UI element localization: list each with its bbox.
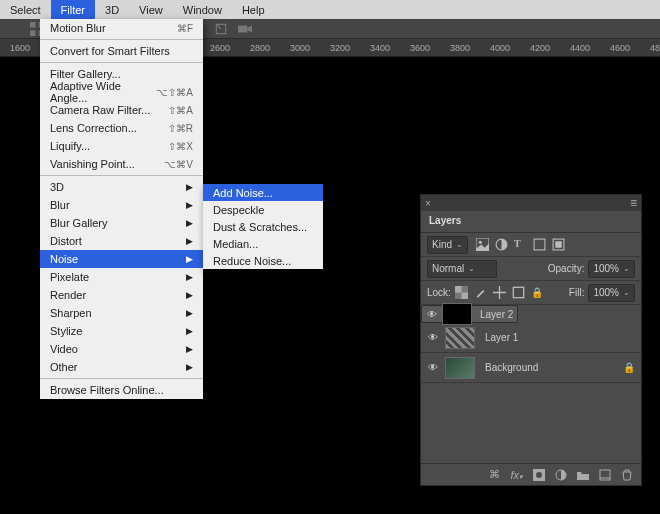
ruler-tick-label: 3200 [330,43,350,53]
menu-item-label: Browse Filters Online... [50,384,164,396]
visibility-icon[interactable]: 👁 [427,332,439,343]
menu-item-distort[interactable]: Distort▶ [40,232,203,250]
submenu-item[interactable]: Dust & Scratches... [203,218,323,235]
menu-select[interactable]: Select [0,0,51,19]
fx-icon[interactable]: fx▾ [510,469,523,481]
layer-row[interactable]: 👁Background🔒 [421,353,641,383]
menu-item-label: Filter Gallery... [50,68,121,80]
opacity-field[interactable]: 100%⌄ [588,260,635,278]
panel-menu-icon[interactable]: ≡ [630,196,637,210]
menu-item-video[interactable]: Video▶ [40,340,203,358]
menu-last-filter[interactable]: Motion Blur ⌘F [40,19,203,37]
shape-filter-icon[interactable] [533,238,546,251]
blend-mode-select[interactable]: Normal⌄ [427,260,497,278]
ruler-tick-label: 3600 [410,43,430,53]
link-layers-icon[interactable]: ⌘ [489,468,500,481]
menu-item-label: Convert for Smart Filters [50,45,170,57]
menu-item-blur-gallery[interactable]: Blur Gallery▶ [40,214,203,232]
fill-field[interactable]: 100%⌄ [588,284,635,302]
lock-all-icon[interactable]: 🔒 [531,287,543,298]
svg-rect-19 [513,287,523,297]
submenu-item[interactable]: Add Noise... [203,184,323,201]
mask-icon[interactable] [533,469,545,481]
menu-help[interactable]: Help [232,0,275,19]
filter-menu-dropdown: Motion Blur ⌘F Convert for Smart Filters… [40,19,203,399]
menu-item-blur[interactable]: Blur▶ [40,196,203,214]
menu-view[interactable]: View [129,0,173,19]
svg-rect-9 [238,25,247,32]
panel-titlebar[interactable]: × ≡ [421,195,641,211]
menu-item-label: Sharpen [50,307,92,319]
text-filter-icon[interactable]: T [514,238,527,251]
image-filter-icon[interactable] [476,238,489,251]
visibility-icon[interactable]: 👁 [426,309,438,320]
adjustment-icon[interactable] [555,469,567,481]
filter-type-row: Kind⌄ T [421,233,641,257]
ruler-tick-label: 4200 [530,43,550,53]
layer-name: Layer 1 [481,332,635,343]
lock-trans-icon[interactable] [455,286,468,299]
group-icon[interactable] [577,469,589,481]
menu-item-label: Video [50,343,78,355]
layer-row[interactable]: 👁Layer 1 [421,323,641,353]
submenu-arrow-icon: ▶ [186,200,193,210]
filter-icons: T [476,238,565,251]
menu-window[interactable]: Window [173,0,232,19]
visibility-icon[interactable]: 👁 [427,362,439,373]
submenu-arrow-icon: ▶ [186,308,193,318]
menu-browse-filters[interactable]: Browse Filters Online... [40,381,203,399]
menu-item-sharpen[interactable]: Sharpen▶ [40,304,203,322]
lock-move-icon[interactable] [493,286,506,299]
submenu-item[interactable]: Reduce Noise... [203,252,323,269]
svg-rect-18 [461,293,468,300]
adjust-filter-icon[interactable] [495,238,508,251]
submenu-item[interactable]: Despeckle [203,201,323,218]
fill-label: Fill: [569,287,585,298]
tab-layers[interactable]: Layers [421,211,469,232]
menu-item-label: Stylize [50,325,82,337]
shortcut: ⇧⌘R [168,123,193,134]
menu-item-label: Blur [50,199,70,211]
new-layer-icon[interactable] [599,469,611,481]
lock-artboard-icon[interactable] [512,286,525,299]
slide-icon[interactable] [214,22,228,36]
panel-tabs: Layers [421,211,641,233]
menu-item-render[interactable]: Render▶ [40,286,203,304]
menu-item[interactable]: Lens Correction...⇧⌘R [40,119,203,137]
menu-item[interactable]: Vanishing Point...⌥⌘V [40,155,203,173]
trash-icon[interactable] [621,469,633,481]
menu-filter[interactable]: Filter [51,0,95,19]
svg-point-21 [536,472,542,478]
smart-filter-icon[interactable] [552,238,565,251]
close-icon[interactable]: × [425,198,431,209]
menu-item-other[interactable]: Other▶ [40,358,203,376]
submenu-arrow-icon: ▶ [186,362,193,372]
menu-item-stylize[interactable]: Stylize▶ [40,322,203,340]
camera-icon[interactable] [238,22,252,36]
submenu-arrow-icon: ▶ [186,236,193,246]
menu-item-label: Despeckle [213,204,264,216]
shortcut: ⌘F [177,23,193,34]
svg-rect-17 [455,286,462,293]
panel-filler [421,383,641,463]
menu-3d[interactable]: 3D [95,0,129,19]
lock-paint-icon[interactable] [474,286,487,299]
lock-icons: 🔒 [455,286,543,299]
ruler-tick-label: 4800 [650,43,660,53]
menu-item[interactable]: Camera Raw Filter...⇧⌘A [40,101,203,119]
ruler-tick-label: 2800 [250,43,270,53]
submenu-arrow-icon: ▶ [186,344,193,354]
menu-item-pixelate[interactable]: Pixelate▶ [40,268,203,286]
layer-name: Background [481,362,617,373]
submenu-item[interactable]: Median... [203,235,323,252]
menu-convert-smart[interactable]: Convert for Smart Filters [40,42,203,60]
menu-item-3d[interactable]: 3D▶ [40,178,203,196]
menu-item-noise[interactable]: Noise▶ [40,250,203,268]
ruler-tick-label: 4000 [490,43,510,53]
menu-item-label: Distort [50,235,82,247]
layer-row[interactable]: 👁Layer 2 [421,305,518,323]
ruler-tick-label: 3000 [290,43,310,53]
menu-item[interactable]: Liquify...⇧⌘X [40,137,203,155]
kind-select[interactable]: Kind⌄ [427,236,468,254]
menu-item[interactable]: Adaptive Wide Angle...⌥⇧⌘A [40,83,203,101]
